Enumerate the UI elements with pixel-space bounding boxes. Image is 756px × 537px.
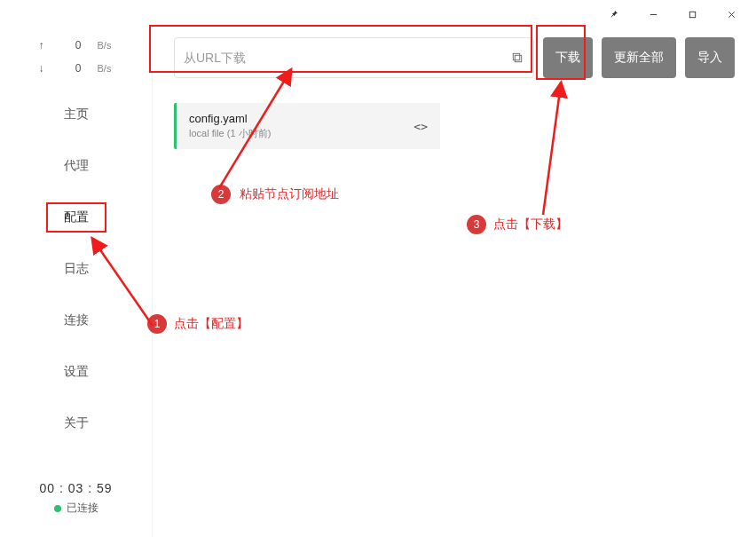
pin-icon: [609, 9, 619, 20]
nav-label: 连接: [64, 312, 89, 328]
nav-label: 代理: [64, 158, 89, 174]
nav-label: 设置: [64, 364, 89, 380]
nav-item-home[interactable]: 主页: [0, 89, 152, 140]
toolbar: 下载 更新全部 导入: [174, 37, 735, 78]
upload-speed-unit: B/s: [98, 40, 117, 51]
code-icon: <>: [413, 120, 428, 133]
nav-item-about[interactable]: 关于: [0, 398, 152, 449]
annotation-number-1: 1: [147, 314, 167, 334]
pin-button[interactable]: [596, 2, 632, 27]
download-speed-value: 0: [64, 62, 82, 75]
annotation-number-3: 3: [467, 215, 486, 234]
update-all-button[interactable]: 更新全部: [602, 37, 676, 78]
minimize-button[interactable]: [635, 2, 671, 27]
content-area: 下载 更新全部 导入 config.yaml local file (1 小时前…: [153, 28, 756, 537]
svg-rect-3: [513, 53, 519, 59]
config-subtitle: local file (1 小时前): [189, 127, 271, 140]
copy-icon[interactable]: [510, 51, 524, 65]
nav-item-connections[interactable]: 连接: [0, 295, 152, 346]
svg-rect-1: [689, 12, 695, 17]
upload-speed-value: 0: [64, 39, 82, 51]
maximize-icon: [688, 10, 697, 20]
url-input-wrap: [174, 37, 534, 78]
import-button[interactable]: 导入: [685, 37, 735, 78]
nav-label: 主页: [64, 107, 89, 122]
download-arrow-icon: ↓: [35, 62, 48, 75]
timer-text: 00 : 03 : 59: [0, 481, 152, 495]
url-input[interactable]: [184, 51, 510, 65]
maximize-button[interactable]: [674, 2, 710, 27]
annotation-text-1: 点击【配置】: [174, 316, 248, 332]
sidebar: ↑ 0 B/s ↓ 0 B/s 主页 代理 配置 日志 连接 设置 关于 00 …: [0, 28, 153, 537]
nav-label: 配置: [46, 202, 106, 233]
config-card[interactable]: config.yaml local file (1 小时前) <>: [174, 103, 440, 149]
svg-line-6: [543, 84, 561, 215]
speed-indicator: ↑ 0 B/s ↓ 0 B/s: [0, 28, 152, 89]
nav-item-logs[interactable]: 日志: [0, 243, 152, 295]
nav-item-config[interactable]: 配置: [0, 192, 152, 243]
close-icon: [727, 10, 736, 20]
annotation-arrow-3: [534, 77, 587, 222]
download-speed-unit: B/s: [98, 63, 117, 74]
nav-item-proxy[interactable]: 代理: [0, 140, 152, 192]
nav-label: 日志: [64, 261, 89, 277]
download-button[interactable]: 下载: [543, 37, 593, 78]
status-dot-icon: [54, 505, 61, 512]
status-text: 已连接: [67, 501, 98, 516]
close-button[interactable]: [713, 2, 749, 27]
annotation-text-3: 点击【下载】: [493, 217, 568, 233]
svg-rect-0: [650, 14, 656, 15]
nav-label: 关于: [64, 415, 89, 431]
annotation-text-2: 粘贴节点订阅地址: [240, 186, 339, 202]
minimize-icon: [649, 10, 658, 20]
upload-arrow-icon: ↑: [35, 39, 48, 51]
titlebar: [0, 0, 756, 28]
config-title: config.yaml: [189, 112, 271, 125]
nav: 主页 代理 配置 日志 连接 设置 关于: [0, 89, 152, 449]
svg-rect-2: [515, 55, 521, 61]
annotation-number-2: 2: [211, 185, 231, 204]
connection-status: 已连接: [0, 501, 152, 516]
nav-item-settings[interactable]: 设置: [0, 346, 152, 398]
